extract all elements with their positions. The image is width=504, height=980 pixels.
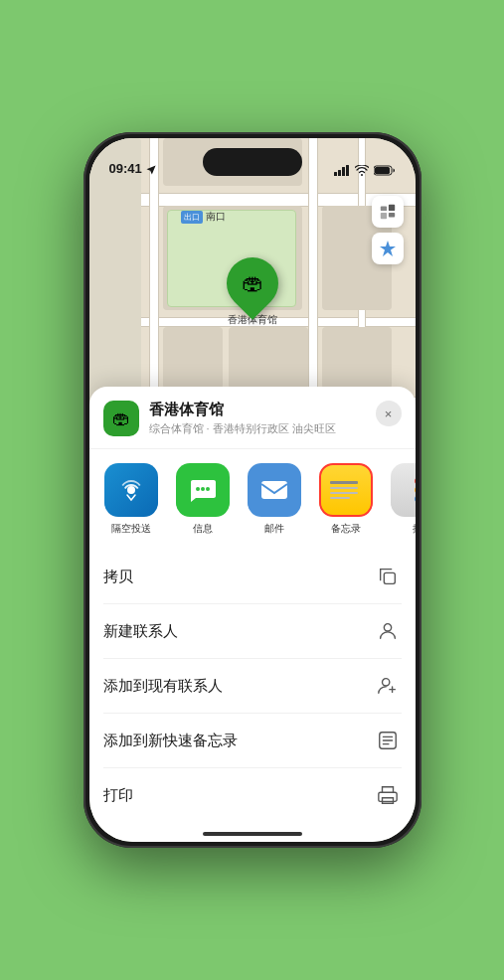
print-icon [374,781,402,809]
notes-lines [330,481,362,499]
svg-rect-0 [334,172,337,176]
svg-rect-8 [380,213,386,219]
dynamic-island [203,148,302,176]
map-entrance-label: 出口 南口 [181,210,226,224]
location-header: 🏟 香港体育馆 综合体育馆 · 香港特别行政区 油尖旺区 × [89,387,416,449]
location-desc: 综合体育馆 · 香港特别行政区 油尖旺区 [149,421,376,436]
action-print-label: 打印 [103,786,133,805]
action-quick-note-label: 添加到新快速备忘录 [103,732,238,750]
quick-note-icon [374,727,402,754]
mail-icon-wrap [248,463,301,517]
status-time: 09:41 [109,161,142,178]
svg-point-10 [127,486,135,494]
home-indicator [203,832,302,836]
stadium-icon: 🏟 [242,270,263,296]
svg-rect-1 [338,170,341,176]
share-item-messages[interactable]: 信息 [169,463,237,536]
notes-label: 备忘录 [331,522,361,536]
location-arrow-icon [146,165,156,175]
action-print[interactable]: 打印 [103,768,402,822]
copy-icon [374,563,402,590]
action-new-contact-label: 新建联系人 [103,622,178,641]
svg-point-12 [201,487,205,491]
action-add-contact[interactable]: 添加到现有联系人 [103,659,402,714]
share-item-mail[interactable]: 邮件 [241,463,308,536]
entrance-text: 南口 [206,210,226,224]
phone-screen: 09:41 [89,138,416,842]
add-contact-icon [374,672,402,700]
action-copy-label: 拷贝 [103,568,133,586]
action-quick-note[interactable]: 添加到新快速备忘录 [103,714,402,768]
battery-icon [374,165,396,176]
notes-icon-wrap [319,463,373,517]
svg-rect-9 [388,213,394,218]
action-list: 拷贝 新建联系人 [89,550,416,822]
map-controls [372,196,404,264]
entrance-tag: 出口 [181,211,203,224]
close-button[interactable]: × [376,401,402,426]
svg-point-16 [384,624,391,631]
svg-rect-15 [384,572,395,583]
action-new-contact[interactable]: 新建联系人 [103,604,402,659]
location-venue-icon: 🏟 [103,401,139,436]
action-copy[interactable]: 拷贝 [103,550,402,604]
messages-icon-wrap [176,463,230,517]
svg-rect-3 [346,165,349,176]
svg-rect-7 [388,205,394,211]
location-pin: 🏟 香港体育馆 [227,257,278,327]
airdrop-label: 隔空投送 [111,522,151,536]
share-item-airdrop[interactable]: 隔空投送 [97,463,165,536]
location-button[interactable] [372,233,404,264]
svg-rect-6 [380,207,386,212]
bottom-sheet: 🏟 香港体育馆 综合体育馆 · 香港特别行政区 油尖旺区 × [89,387,416,842]
location-name: 香港体育馆 [149,401,376,419]
svg-rect-5 [375,167,390,174]
svg-rect-2 [342,167,345,176]
mail-label: 邮件 [264,522,284,536]
share-row: 隔空投送 信息 [89,449,416,550]
svg-rect-19 [378,792,396,801]
svg-point-11 [196,487,200,491]
airdrop-icon-wrap [104,463,158,517]
map-type-button[interactable] [372,196,404,228]
messages-label: 信息 [193,522,213,536]
svg-rect-14 [261,481,287,499]
signal-icon [334,165,350,176]
status-icons [334,165,396,178]
more-label: 推 [413,522,416,536]
share-item-more[interactable]: 推 [384,463,416,536]
phone-frame: 09:41 [84,132,421,848]
new-contact-icon [374,617,402,645]
share-item-notes[interactable]: 备忘录 [312,463,380,536]
svg-point-17 [382,679,389,686]
wifi-icon [355,165,369,176]
pin-circle: 🏟 [216,246,289,320]
action-add-contact-label: 添加到现有联系人 [103,677,223,696]
location-info: 香港体育馆 综合体育馆 · 香港特别行政区 油尖旺区 [149,401,376,436]
svg-point-13 [206,487,210,491]
more-icon-wrap [391,463,416,517]
